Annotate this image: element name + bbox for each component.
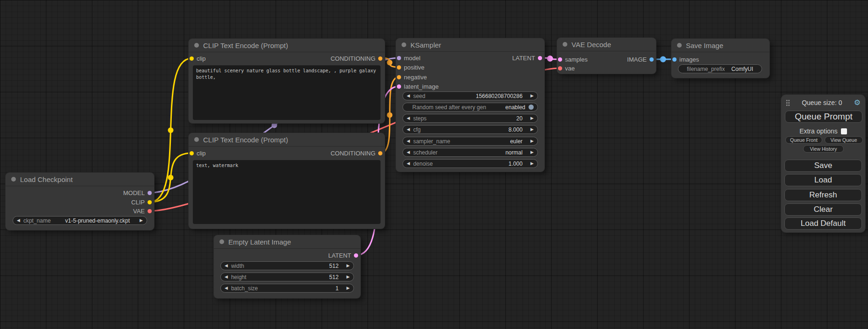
decrement-arrow-icon[interactable]: ◀ [407, 127, 410, 132]
collapse-dot-icon[interactable] [219, 239, 224, 244]
node-header[interactable]: Empty Latent Image [214, 235, 360, 249]
view-history-button[interactable]: View History [803, 145, 844, 153]
queue-front-button[interactable]: Queue Front [785, 136, 822, 144]
port-dot-image[interactable] [672, 57, 677, 62]
increment-arrow-icon[interactable]: ▶ [346, 275, 350, 279]
node-clip-text-encode-negative[interactable]: CLIP Text Encode (Prompt) clip CONDITION… [189, 133, 385, 229]
output-port-latent[interactable]: LATENT [328, 251, 358, 259]
link-midpoint-dot[interactable] [660, 56, 666, 63]
decrement-arrow-icon[interactable]: ◀ [407, 161, 410, 166]
batch-size-widget[interactable]: ◀ batch_size 1 ▶ [220, 284, 354, 293]
node-header[interactable]: VAE Decode [557, 38, 656, 51]
input-port-images[interactable]: images [672, 55, 699, 63]
scheduler-widget[interactable]: ◀ scheduler normal ▶ [402, 148, 538, 157]
port-dot-conditioning[interactable] [378, 56, 382, 61]
denoise-widget[interactable]: ◀ denoise 1.000 ▶ [402, 159, 538, 168]
port-dot-conditioning[interactable] [397, 65, 401, 70]
increment-arrow-icon[interactable]: ▶ [530, 150, 534, 154]
increment-arrow-icon[interactable]: ▶ [530, 94, 534, 98]
link-midpoint-dot[interactable] [387, 112, 393, 118]
link-midpoint-dot[interactable] [387, 60, 393, 65]
node-header[interactable]: Load Checkpoint [6, 173, 154, 186]
node-header[interactable]: CLIP Text Encode (Prompt) [189, 133, 385, 147]
ckpt-name-widget[interactable]: ◀ ckpt_name v1-5-pruned-emaonly.ckpt ▶ [13, 216, 147, 225]
view-queue-button[interactable]: View Queue [825, 136, 863, 144]
node-header[interactable]: KSampler [396, 38, 544, 52]
port-dot-latent[interactable] [397, 84, 401, 89]
increment-arrow-icon[interactable]: ▶ [346, 286, 350, 290]
output-port-latent[interactable]: LATENT [512, 54, 542, 62]
decrement-arrow-icon[interactable]: ◀ [17, 218, 20, 223]
input-port-positive[interactable]: positive [397, 63, 424, 71]
input-port-clip[interactable]: clip [190, 149, 206, 157]
toggle-indicator-icon[interactable] [529, 105, 534, 110]
extra-options-checkbox[interactable] [841, 128, 847, 134]
decrement-arrow-icon[interactable]: ◀ [407, 116, 410, 120]
prompt-textarea[interactable]: text, watermark [193, 160, 381, 224]
output-port-conditioning[interactable]: CONDITIONING [331, 54, 382, 63]
port-dot-conditioning[interactable] [378, 151, 382, 155]
decrement-arrow-icon[interactable]: ◀ [407, 150, 410, 154]
output-port-image[interactable]: IMAGE [627, 55, 654, 63]
input-port-latent-image[interactable]: latent_image [397, 82, 438, 91]
collapse-dot-icon[interactable] [563, 42, 567, 47]
decrement-arrow-icon[interactable]: ◀ [225, 286, 228, 290]
port-dot-clip[interactable] [190, 56, 194, 61]
node-header[interactable]: Save Image [671, 39, 769, 52]
port-dot-model[interactable] [148, 191, 152, 195]
refresh-button[interactable]: Refresh [784, 189, 862, 201]
port-dot-latent[interactable] [354, 253, 358, 258]
save-button[interactable]: Save [784, 160, 862, 172]
increment-arrow-icon[interactable]: ▶ [530, 139, 534, 143]
link-midpoint-dot[interactable] [168, 127, 174, 133]
decrement-arrow-icon[interactable]: ◀ [407, 139, 410, 143]
node-save-image[interactable]: Save Image images filename_prefix ComfyU… [671, 39, 769, 78]
port-dot-vae[interactable] [558, 66, 562, 70]
collapse-dot-icon[interactable] [402, 42, 406, 47]
cfg-widget[interactable]: ◀ cfg 8.000 ▶ [402, 125, 538, 134]
collapse-dot-icon[interactable] [677, 43, 682, 48]
increment-arrow-icon[interactable]: ▶ [140, 218, 143, 223]
input-port-clip[interactable]: clip [190, 54, 206, 63]
input-port-vae[interactable]: vae [558, 64, 575, 72]
input-port-samples[interactable]: samples [558, 55, 587, 63]
input-port-model[interactable]: model [397, 54, 420, 62]
sampler-name-widget[interactable]: ◀ sampler_name euler ▶ [402, 137, 538, 146]
node-ksampler[interactable]: KSampler model positive negative latent_… [396, 38, 544, 172]
settings-gear-icon[interactable]: ⚙ [854, 99, 861, 106]
prompt-textarea[interactable]: beautiful scenery nature glass bottle la… [193, 65, 381, 120]
input-port-negative[interactable]: negative [397, 73, 427, 81]
drag-handle-icon[interactable] [786, 99, 790, 106]
node-empty-latent-image[interactable]: Empty Latent Image LATENT ◀ width 512 ▶ … [214, 235, 360, 298]
graph-canvas[interactable]: Load Checkpoint MODEL CLIP VAE ◀ ckpt_na… [0, 0, 868, 329]
node-vae-decode[interactable]: VAE Decode samples vae IMAGE [557, 38, 656, 74]
port-dot-latent[interactable] [558, 57, 562, 62]
output-port-clip[interactable]: CLIP [131, 198, 152, 206]
output-port-conditioning[interactable]: CONDITIONING [331, 149, 382, 157]
filename-prefix-widget[interactable]: filename_prefix ComfyUI [678, 64, 762, 73]
increment-arrow-icon[interactable]: ▶ [530, 161, 534, 166]
output-port-model[interactable]: MODEL [123, 189, 152, 197]
port-dot-vae[interactable] [148, 209, 152, 213]
link-midpoint-dot[interactable] [272, 123, 277, 128]
port-dot-conditioning[interactable] [397, 75, 401, 79]
node-load-checkpoint[interactable]: Load Checkpoint MODEL CLIP VAE ◀ ckpt_na… [6, 173, 154, 230]
seed-widget[interactable]: ◀ seed 156680208700286 ▶ [402, 91, 538, 100]
collapse-dot-icon[interactable] [194, 137, 199, 142]
queue-prompt-button[interactable]: Queue Prompt [785, 111, 862, 123]
collapse-dot-icon[interactable] [194, 43, 199, 48]
clear-button[interactable]: Clear [784, 203, 862, 216]
link-midpoint-dot[interactable] [547, 56, 553, 62]
decrement-arrow-icon[interactable]: ◀ [225, 264, 228, 268]
height-widget[interactable]: ◀ height 512 ▶ [220, 273, 354, 281]
port-dot-latent[interactable] [538, 56, 542, 60]
random-seed-toggle-widget[interactable]: Random seed after every gen enabled [402, 103, 538, 112]
decrement-arrow-icon[interactable]: ◀ [407, 94, 410, 98]
load-button[interactable]: Load [784, 174, 862, 186]
node-clip-text-encode-positive[interactable]: CLIP Text Encode (Prompt) clip CONDITION… [189, 39, 385, 123]
steps-widget[interactable]: ◀ steps 20 ▶ [402, 114, 538, 123]
increment-arrow-icon[interactable]: ▶ [346, 264, 350, 268]
decrement-arrow-icon[interactable]: ◀ [225, 275, 228, 279]
link-midpoint-dot[interactable] [168, 175, 174, 181]
queue-menu-panel[interactable]: Queue size: 0 ⚙ Queue Prompt Extra optio… [781, 95, 865, 232]
